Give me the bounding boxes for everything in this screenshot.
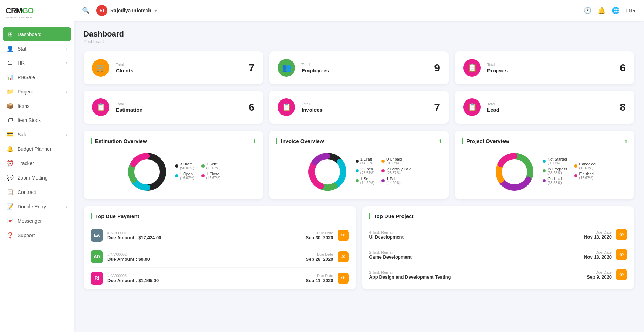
project-header: Top Due Project [369, 213, 628, 219]
project-view-button[interactable]: 👁 [616, 249, 627, 260]
info-icon[interactable]: ℹ [439, 138, 441, 144]
payment-info: #INV00003 Due Amount : $1,165.00 [107, 274, 301, 283]
item-stock-icon: 🏷 [6, 117, 14, 123]
project-info: 2 Task Remain App Design and Development… [369, 270, 583, 280]
sidebar-item-messenger[interactable]: 💌 Messenger [0, 214, 74, 228]
payment-due: Due Date Sep 28, 2020 [306, 252, 333, 262]
sidebar-item-hr[interactable]: 🗂 HR › [0, 56, 74, 70]
legend-dot [543, 160, 546, 163]
stat-info-invoices: Total Invoices [301, 102, 434, 113]
sidebar-item-item-stock[interactable]: 🏷 Item Stock [0, 113, 74, 127]
project-view-button[interactable]: 👁 [616, 229, 627, 240]
sidebar-item-items[interactable]: 📦 Items [0, 99, 74, 113]
info-icon[interactable]: ℹ [254, 138, 256, 144]
clock-icon[interactable]: 🕐 [584, 7, 591, 14]
overview-header: Invoice Overview ℹ [276, 138, 441, 144]
legend-item: 1 Paid (14.29%) [381, 177, 411, 185]
hr-icon: 🗂 [6, 60, 14, 66]
estimation-icon: 📋 [92, 98, 109, 116]
presale-icon: 📊 [6, 74, 14, 80]
employees-icon: 👥 [278, 59, 295, 77]
stat-card-estimation: 📋 Total Estimation 6 [84, 91, 263, 124]
project-due: Due Date Nov 13, 2020 [584, 250, 612, 260]
sidebar-nav: ⊞ Dashboard 👤 Staff › 🗂 HR › 📊 PreSale ›… [0, 24, 74, 332]
project-view-button[interactable]: 👁 [616, 269, 627, 280]
brand-chevron-icon: ▾ [155, 8, 157, 13]
sidebar-item-zoom-meeting[interactable]: 💬 Zoom Metting [0, 170, 74, 185]
legend-text: 1 Sent (16.67%) [206, 162, 221, 170]
sidebar-item-dashboard[interactable]: ⊞ Dashboard [3, 27, 71, 41]
stat-card-projects: 📋 Total Projects 6 [455, 51, 634, 84]
payment-view-button[interactable]: 👁 [338, 230, 349, 241]
topbar-right: 🕐 🔔 🌐 EN ▾ [584, 7, 636, 14]
sidebar-item-sale[interactable]: 💳 Sale › [0, 127, 74, 142]
contract-icon: 📋 [6, 189, 14, 195]
legend-text: 1 Close (16.67%) [206, 172, 221, 180]
overview-header: Estimation Overview ℹ [91, 138, 256, 144]
info-icon[interactable]: ℹ [625, 138, 627, 144]
notification-icon[interactable]: 🔔 [598, 7, 605, 14]
payment-amount: Due Amount : $1,165.00 [107, 278, 301, 283]
main-area: 🔍 RI Rajodiya Infotech ▾ 🕐 🔔 🌐 EN ▾ Dash… [74, 0, 644, 332]
legend-dot [356, 160, 359, 163]
legend-dot [356, 179, 359, 182]
sidebar-item-tracker[interactable]: ⏰ Tracker [0, 156, 74, 170]
sidebar-item-project[interactable]: 📁 Project › [0, 84, 74, 99]
staff-icon: 👤 [6, 45, 14, 52]
payment-title: Top Due Payment [91, 213, 139, 219]
sidebar-item-contract[interactable]: 📋 Contract [0, 185, 74, 199]
legend-item: 2 Open (28.57%) [356, 167, 375, 175]
stat-info-estimation: Total Estimation [116, 102, 248, 113]
project-info: 2 Task Remain Game Development [369, 250, 580, 260]
messenger-icon: 💌 [6, 217, 14, 224]
donut-chart [493, 151, 536, 193]
sidebar-item-budget-planner[interactable]: 🔔 Budget Planner [0, 142, 74, 156]
payment-inv: #INV00002 [107, 252, 301, 256]
project-due: Due Date Sep 9, 2020 [587, 270, 612, 280]
stat-value-estimation: 6 [248, 101, 254, 113]
sidebar-item-support[interactable]: ❓ Support [0, 228, 74, 242]
chart-area: 3 Draft (50.00%) 1 Open (16.67%) 1 Sent … [91, 151, 256, 193]
sidebar-item-staff[interactable]: 👤 Staff › [0, 41, 74, 56]
project-remain: 2 Task Remain [369, 250, 580, 254]
payment-avatar: EA [91, 229, 103, 242]
legend-item: 2 Partialy Paid (28.57%) [381, 167, 411, 175]
legend-col1: Not Started (0.00%) In Progress (33.33%)… [543, 157, 567, 187]
content-area: Dashboard Dashboard 🛒 Total Clients 7 👥 … [74, 21, 644, 332]
legend-item: In Progress (33.33%) [543, 167, 567, 175]
brand-selector[interactable]: RI Rajodiya Infotech ▾ [96, 5, 157, 16]
project-item: 2 Task Remain Game Development Due Date … [369, 245, 628, 265]
search-icon[interactable]: 🔍 [82, 7, 90, 14]
sidebar-item-double-entry[interactable]: 📝 Double Entry › [0, 199, 74, 214]
legend-item: 1 Sent (14.29%) [356, 177, 375, 185]
legend-text: On Hold (33.33%) [547, 177, 562, 185]
brand-avatar: RI [96, 5, 107, 16]
tracker-icon: ⏰ [6, 160, 14, 167]
project-item: 4 Task Remain UI Development Due Date No… [369, 225, 628, 245]
overviews-grid: Estimation Overview ℹ 3 Draft (50.00%) 1… [84, 131, 634, 199]
stats-grid: 🛒 Total Clients 7 👥 Total Employees 9 📋 … [84, 51, 634, 124]
payment-view-button[interactable]: 👁 [338, 251, 349, 262]
sidebar-item-presale[interactable]: 📊 PreSale › [0, 70, 74, 84]
stat-name-projects: Projects [487, 67, 620, 73]
top-due-payment-card: Top Due Payment EA #INV00001 Due Amount … [84, 206, 356, 289]
payment-view-button[interactable]: 👁 [338, 273, 349, 284]
legend-text: 2 Open (28.57%) [360, 167, 375, 175]
support-icon: ❓ [6, 232, 14, 239]
payment-due: Due Date Sep 11, 2020 [306, 274, 333, 283]
payment-amount: Due Amount : $17,424.00 [107, 235, 301, 240]
stat-value-employees: 9 [434, 62, 440, 74]
stat-label-invoices: Total [301, 102, 434, 106]
globe-icon[interactable]: 🌐 [612, 7, 619, 14]
overview-title: Invoice Overview [276, 138, 324, 144]
stat-value-invoices: 7 [434, 101, 440, 113]
sidebar-label-item-stock: Item Stock [18, 117, 41, 123]
stat-value-lead: 8 [620, 101, 626, 113]
stat-info-lead: Total Lead [487, 102, 620, 113]
language-selector[interactable]: EN ▾ [626, 8, 636, 13]
legend-item: 1 Draft (14.29%) [356, 157, 375, 165]
donut-chart [126, 151, 168, 193]
bottom-grid: Top Due Payment EA #INV00001 Due Amount … [84, 206, 634, 289]
payment-info: #INV00001 Due Amount : $17,424.00 [107, 231, 301, 240]
zoom-meeting-icon: 💬 [6, 174, 14, 181]
